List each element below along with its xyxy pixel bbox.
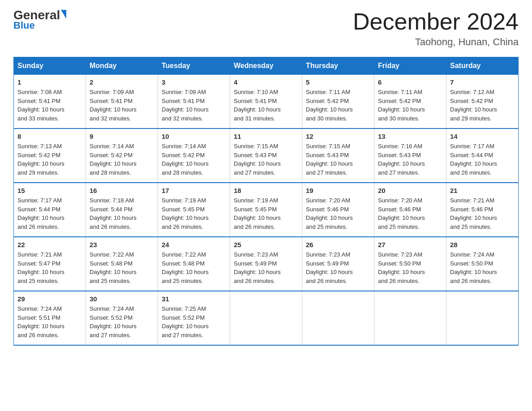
day-info: Sunrise: 7:09 AM Sunset: 5:41 PM Dayligh… [90,88,154,123]
calendar-day-cell: 19 Sunrise: 7:20 AM Sunset: 5:46 PM Dayl… [302,183,374,237]
day-number: 5 [306,78,370,86]
day-info: Sunrise: 7:24 AM Sunset: 5:50 PM Dayligh… [450,250,515,285]
day-number: 1 [17,78,82,86]
header-tuesday: Tuesday [158,57,230,75]
day-number: 12 [306,133,370,140]
calendar-day-cell [230,291,302,345]
calendar-day-cell: 4 Sunrise: 7:10 AM Sunset: 5:41 PM Dayli… [230,75,302,129]
calendar-week-row: 22 Sunrise: 7:21 AM Sunset: 5:47 PM Dayl… [14,237,519,291]
location-title: Taohong, Hunan, China [353,36,519,48]
day-info: Sunrise: 7:12 AM Sunset: 5:42 PM Dayligh… [450,88,515,123]
day-info: Sunrise: 7:20 AM Sunset: 5:46 PM Dayligh… [378,196,442,231]
day-info: Sunrise: 7:15 AM Sunset: 5:43 PM Dayligh… [306,142,370,177]
day-number: 8 [17,133,82,140]
header-sunday: Sunday [14,57,86,75]
day-info: Sunrise: 7:15 AM Sunset: 5:43 PM Dayligh… [234,142,298,177]
day-number: 19 [306,187,370,194]
calendar-day-cell: 7 Sunrise: 7:12 AM Sunset: 5:42 PM Dayli… [446,75,519,129]
day-number: 22 [17,241,82,248]
day-info: Sunrise: 7:23 AM Sunset: 5:50 PM Dayligh… [378,250,442,285]
page-header: General Blue December 2024 Taohong, Huna… [13,9,519,48]
day-info: Sunrise: 7:21 AM Sunset: 5:47 PM Dayligh… [17,250,82,285]
calendar-week-row: 8 Sunrise: 7:13 AM Sunset: 5:42 PM Dayli… [14,128,519,183]
day-info: Sunrise: 7:24 AM Sunset: 5:52 PM Dayligh… [90,304,154,339]
calendar-day-cell: 14 Sunrise: 7:17 AM Sunset: 5:44 PM Dayl… [446,128,519,183]
day-number: 3 [162,78,226,86]
calendar-week-row: 29 Sunrise: 7:24 AM Sunset: 5:51 PM Dayl… [14,291,519,345]
calendar-day-cell: 20 Sunrise: 7:20 AM Sunset: 5:46 PM Dayl… [374,183,446,237]
day-info: Sunrise: 7:24 AM Sunset: 5:51 PM Dayligh… [17,304,82,339]
day-info: Sunrise: 7:21 AM Sunset: 5:46 PM Dayligh… [450,196,515,231]
day-number: 13 [378,133,442,140]
calendar-day-cell: 23 Sunrise: 7:22 AM Sunset: 5:48 PM Dayl… [86,237,158,291]
day-number: 29 [17,295,82,303]
calendar-day-cell: 31 Sunrise: 7:25 AM Sunset: 5:52 PM Dayl… [158,291,230,345]
logo-arrow-icon [61,10,66,19]
day-info: Sunrise: 7:18 AM Sunset: 5:44 PM Dayligh… [90,196,154,231]
day-info: Sunrise: 7:14 AM Sunset: 5:42 PM Dayligh… [162,142,226,177]
day-number: 18 [234,187,298,194]
header-monday: Monday [86,57,158,75]
calendar-day-cell: 28 Sunrise: 7:24 AM Sunset: 5:50 PM Dayl… [446,237,519,291]
calendar-day-cell [446,291,519,345]
day-number: 4 [234,78,298,86]
calendar-body: 1 Sunrise: 7:08 AM Sunset: 5:41 PM Dayli… [14,75,519,346]
day-number: 11 [234,133,298,140]
day-number: 23 [90,241,154,248]
header-friday: Friday [374,57,446,75]
day-info: Sunrise: 7:08 AM Sunset: 5:41 PM Dayligh… [17,88,82,123]
logo-blue-text: Blue [13,20,35,31]
calendar-day-cell: 30 Sunrise: 7:24 AM Sunset: 5:52 PM Dayl… [86,291,158,345]
logo: General Blue [13,9,66,31]
day-number: 20 [378,187,442,194]
calendar-day-cell: 3 Sunrise: 7:09 AM Sunset: 5:41 PM Dayli… [158,75,230,129]
day-number: 24 [162,241,226,248]
day-number: 7 [450,78,515,86]
calendar-day-cell: 12 Sunrise: 7:15 AM Sunset: 5:43 PM Dayl… [302,128,374,183]
header-wednesday: Wednesday [230,57,302,75]
header-saturday: Saturday [446,57,519,75]
day-info: Sunrise: 7:14 AM Sunset: 5:42 PM Dayligh… [90,142,154,177]
day-info: Sunrise: 7:11 AM Sunset: 5:42 PM Dayligh… [378,88,442,123]
header-thursday: Thursday [302,57,374,75]
calendar-week-row: 1 Sunrise: 7:08 AM Sunset: 5:41 PM Dayli… [14,75,519,129]
day-info: Sunrise: 7:19 AM Sunset: 5:45 PM Dayligh… [162,196,226,231]
calendar-day-cell: 1 Sunrise: 7:08 AM Sunset: 5:41 PM Dayli… [14,75,86,129]
calendar-day-cell: 27 Sunrise: 7:23 AM Sunset: 5:50 PM Dayl… [374,237,446,291]
day-info: Sunrise: 7:16 AM Sunset: 5:43 PM Dayligh… [378,142,442,177]
day-number: 28 [450,241,515,248]
calendar-day-cell: 8 Sunrise: 7:13 AM Sunset: 5:42 PM Dayli… [14,128,86,183]
day-info: Sunrise: 7:17 AM Sunset: 5:44 PM Dayligh… [450,142,515,177]
calendar-day-cell: 22 Sunrise: 7:21 AM Sunset: 5:47 PM Dayl… [14,237,86,291]
calendar-day-cell: 29 Sunrise: 7:24 AM Sunset: 5:51 PM Dayl… [14,291,86,345]
calendar-day-cell: 18 Sunrise: 7:19 AM Sunset: 5:45 PM Dayl… [230,183,302,237]
calendar-day-cell: 24 Sunrise: 7:22 AM Sunset: 5:48 PM Dayl… [158,237,230,291]
calendar-day-cell: 5 Sunrise: 7:11 AM Sunset: 5:42 PM Dayli… [302,75,374,129]
calendar-day-cell: 21 Sunrise: 7:21 AM Sunset: 5:46 PM Dayl… [446,183,519,237]
calendar-day-cell: 26 Sunrise: 7:23 AM Sunset: 5:49 PM Dayl… [302,237,374,291]
day-number: 17 [162,187,226,194]
title-section: December 2024 Taohong, Hunan, China [353,9,519,48]
day-info: Sunrise: 7:17 AM Sunset: 5:44 PM Dayligh… [17,196,82,231]
day-number: 25 [234,241,298,248]
calendar-day-cell: 17 Sunrise: 7:19 AM Sunset: 5:45 PM Dayl… [158,183,230,237]
day-info: Sunrise: 7:20 AM Sunset: 5:46 PM Dayligh… [306,196,370,231]
day-number: 6 [378,78,442,86]
day-info: Sunrise: 7:10 AM Sunset: 5:41 PM Dayligh… [234,88,298,123]
day-info: Sunrise: 7:23 AM Sunset: 5:49 PM Dayligh… [234,250,298,285]
calendar-day-cell: 25 Sunrise: 7:23 AM Sunset: 5:49 PM Dayl… [230,237,302,291]
calendar-day-cell: 16 Sunrise: 7:18 AM Sunset: 5:44 PM Dayl… [86,183,158,237]
day-number: 14 [450,133,515,140]
calendar-day-cell [374,291,446,345]
calendar-day-cell: 2 Sunrise: 7:09 AM Sunset: 5:41 PM Dayli… [86,75,158,129]
day-number: 2 [90,78,154,86]
calendar-header: Sunday Monday Tuesday Wednesday Thursday… [14,57,519,75]
day-info: Sunrise: 7:19 AM Sunset: 5:45 PM Dayligh… [234,196,298,231]
day-number: 27 [378,241,442,248]
day-info: Sunrise: 7:11 AM Sunset: 5:42 PM Dayligh… [306,88,370,123]
day-number: 10 [162,133,226,140]
day-number: 26 [306,241,370,248]
header-row: Sunday Monday Tuesday Wednesday Thursday… [14,57,519,75]
day-number: 30 [90,295,154,303]
day-number: 21 [450,187,515,194]
